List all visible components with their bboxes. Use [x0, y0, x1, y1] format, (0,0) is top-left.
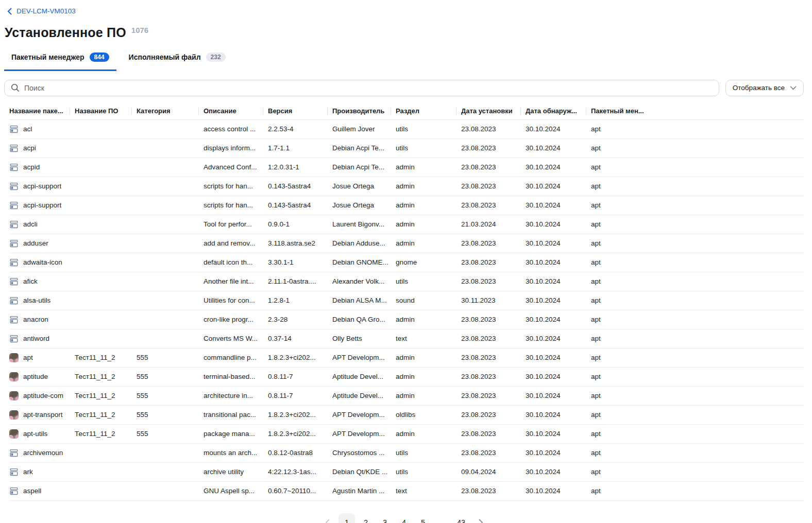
description-cell: default icon th... [204, 258, 268, 266]
discovery-date-cell: 30.10.2024 [526, 182, 591, 190]
column-header[interactable]: Название паке... [9, 107, 75, 115]
description-cell: GNU Aspell sp... [204, 487, 268, 495]
search-input[interactable] [24, 84, 713, 92]
section-cell: admin [396, 220, 461, 228]
tab-executable-file[interactable]: Исполняемый файл 232 [122, 50, 233, 71]
package-name-cell: apt [9, 353, 75, 362]
table-row[interactable]: apt-utils Тест11_11_2 555 package mana..… [9, 425, 804, 444]
install-date-cell: 23.08.2023 [461, 125, 526, 133]
package-icon [9, 448, 19, 458]
column-header[interactable]: Дата установки [461, 107, 526, 115]
pagination-page[interactable]: 3 [377, 513, 393, 523]
column-header[interactable]: Описание [204, 107, 268, 115]
pagination-page[interactable]: 4 [396, 513, 412, 523]
table-row[interactable]: antiword Converts MS W... 0.37-14 Olly B… [9, 329, 804, 348]
pagination-next-button[interactable] [472, 513, 489, 523]
install-date-cell: 09.04.2024 [461, 468, 526, 476]
vendor-cell: Agustin Martin ... [332, 487, 396, 495]
discovery-date-cell: 30.10.2024 [526, 373, 591, 380]
version-cell: 0.143-5astra4 [268, 201, 332, 209]
column-header[interactable]: Производитель [332, 107, 396, 115]
chevron-right-icon [479, 519, 483, 523]
package-name: adcli [23, 220, 38, 228]
install-date-cell: 23.08.2023 [461, 182, 526, 190]
table-row[interactable]: acpid Advanced Conf... 1:2.0.31-1 Debian… [9, 158, 804, 177]
vendor-cell: Josue Ortega [332, 201, 396, 209]
column-header[interactable]: Пакетный мен... [591, 107, 804, 115]
table-row[interactable]: aspell GNU Aspell sp... 0.60.7~20110... … [9, 482, 804, 501]
package-name: afick [23, 277, 38, 285]
table-row[interactable]: ark archive utility 4:22.12.3-1as... Deb… [9, 463, 804, 482]
pagination-page[interactable]: 5 [415, 513, 431, 523]
section-cell: text [396, 335, 461, 342]
section-cell: utils [396, 449, 461, 457]
package-name-cell: afick [9, 277, 75, 286]
pagination-page[interactable]: 1 [339, 513, 355, 523]
package-manager-cell: apt [591, 201, 804, 209]
discovery-date-cell: 30.10.2024 [526, 392, 591, 399]
table-row[interactable]: afick Another file int... 2.11.1-0astra.… [9, 272, 804, 291]
description-cell: scripts for han... [204, 182, 268, 190]
version-cell: 0.60.7~20110... [268, 487, 332, 495]
vendor-cell: Guillem Jover [332, 125, 396, 133]
package-manager-cell: apt [591, 144, 804, 152]
table-row[interactable]: acpi-support scripts for han... 0.143-5a… [9, 196, 804, 215]
tab-badge: 232 [206, 53, 226, 62]
description-cell: displays inform... [204, 144, 268, 152]
install-date-cell: 23.08.2023 [461, 392, 526, 399]
install-date-cell: 21.03.2024 [461, 220, 526, 228]
package-name: apt-transport [23, 411, 63, 419]
vendor-cell: Debian Acpi Te... [332, 144, 396, 152]
table-row[interactable]: acpi-support scripts for han... 0.143-5a… [9, 177, 804, 196]
column-header[interactable]: Категория [137, 107, 204, 115]
table-row[interactable]: acpi displays inform... 1.7-1.1 Debian A… [9, 139, 804, 158]
install-date-cell: 23.08.2023 [461, 373, 526, 380]
table-row[interactable]: apt-transport Тест11_11_2 555 transition… [9, 406, 804, 425]
search-icon [11, 83, 20, 92]
discovery-date-cell: 30.10.2024 [526, 411, 591, 419]
package-name-cell: acl [9, 125, 75, 134]
package-icon [9, 486, 19, 496]
table-row[interactable]: adcli Tool for perfor... 0.9.0-1 Laurent… [9, 215, 804, 234]
table-row[interactable]: adduser add and remov... 3.118.astra.se2… [9, 234, 804, 253]
pagination-page[interactable]: 43 [453, 513, 469, 523]
pagination-page[interactable]: 2 [358, 513, 374, 523]
section-cell: admin [396, 239, 461, 247]
section-cell: text [396, 487, 461, 495]
package-name: acpi-support [23, 182, 61, 190]
table-row[interactable]: archivemoun mounts an arch... 0.8.12-0as… [9, 444, 804, 463]
table-row[interactable]: aptitude Тест11_11_2 555 terminal-based.… [9, 368, 804, 387]
discovery-date-cell: 30.10.2024 [526, 277, 591, 285]
column-header[interactable]: Дата обнаруж... [526, 107, 591, 115]
package-name-cell: adwaita-icon [9, 258, 75, 267]
version-cell: 0.37-14 [268, 335, 332, 342]
table-row[interactable]: aptitude-com Тест11_11_2 555 architectur… [9, 387, 804, 406]
package-icon [9, 125, 19, 134]
table-row[interactable]: adwaita-icon default icon th... 3.30.1-1… [9, 253, 804, 272]
vendor-cell: Chrysostomos ... [332, 449, 396, 457]
app-thumbnail-icon [9, 410, 19, 420]
table-row[interactable]: alsa-utils Utilities for con... 1.2.8-1 … [9, 291, 804, 310]
package-name: acpi [23, 144, 36, 152]
table-header-row: Название паке... Название ПО Категория О… [9, 107, 804, 120]
display-filter-dropdown[interactable]: Отображать все [725, 80, 804, 96]
table-row[interactable]: anacron cron-like progr... 2.3-28 Debian… [9, 310, 804, 329]
table-row[interactable]: apt Тест11_11_2 555 commandline p... 1.8… [9, 348, 804, 368]
package-name: aptitude [23, 373, 48, 380]
version-cell: 0.143-5astra4 [268, 182, 332, 190]
version-cell: 1.7-1.1 [268, 144, 332, 152]
tab-package-manager[interactable]: Пакетный менеджер 844 [4, 50, 116, 71]
discovery-date-cell: 30.10.2024 [526, 430, 591, 438]
column-header[interactable]: Раздел [396, 107, 461, 115]
breadcrumb[interactable]: DEV-LCM-VM0103 [7, 7, 76, 15]
table-row[interactable]: acl access control ... 2.2.53-4 Guillem … [9, 120, 804, 139]
pagination-prev-button[interactable] [318, 513, 336, 523]
package-name-cell: acpi-support [9, 201, 75, 210]
description-cell: terminal-based... [204, 373, 268, 380]
package-name-cell: acpid [9, 163, 75, 172]
description-cell: transitional pac... [204, 411, 268, 419]
install-date-cell: 23.08.2023 [461, 335, 526, 342]
column-header[interactable]: Версия [268, 107, 332, 115]
vendor-cell: Aptitude Devel... [332, 392, 396, 399]
column-header[interactable]: Название ПО [75, 107, 137, 115]
